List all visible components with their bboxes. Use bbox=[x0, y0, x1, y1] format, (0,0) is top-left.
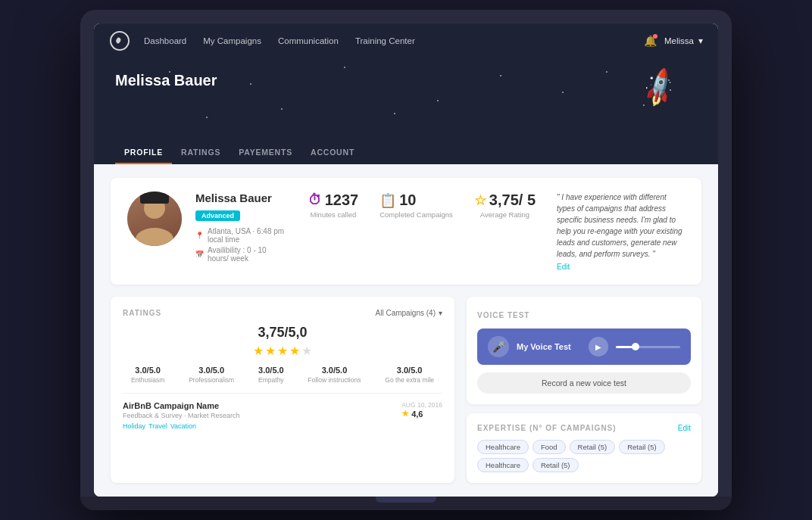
nav-user[interactable]: 🔔 Melissa ▾ bbox=[644, 35, 703, 47]
ratings-title: RATINGS bbox=[123, 309, 161, 317]
cat-empathy: 3.0/5.0 Empathy bbox=[258, 366, 284, 384]
bio-text: " I have experience with different types… bbox=[557, 191, 685, 260]
campaign-meta: AirBnB Campaign Name Feedback & Survey ·… bbox=[123, 401, 442, 430]
expertise-title: EXPERTISE (N° OF CAMPAIGNS) bbox=[477, 424, 617, 432]
expertise-tag-5: Retail (5) bbox=[532, 458, 579, 472]
campaign-tags: Holiday Travel Vacation bbox=[123, 422, 240, 430]
expertise-card: EXPERTISE (N° OF CAMPAIGNS) Edit Healthc… bbox=[467, 413, 701, 483]
rating-categories: 3.0/5.0 Enthusiasm 3.0/5.0 Professionali… bbox=[123, 366, 442, 384]
voice-player: 🎤 My Voice Test ▶ bbox=[477, 329, 691, 365]
profile-stats: ⏱ 1237 Minutes called 📋 10 Completed Cam… bbox=[301, 191, 536, 219]
cat-extra-mile: 3.0/5.0 Go the extra mile bbox=[385, 366, 434, 384]
nav-training-center[interactable]: Training Center bbox=[355, 33, 415, 48]
ratings-card: RATINGS All Campaigns (4) ▾ 3,75/5,0 ★ ★… bbox=[111, 297, 454, 483]
star-3: ★ bbox=[277, 344, 288, 358]
calendar-icon: 📅 bbox=[195, 251, 204, 258]
campaign-date: AUG 10, 2016 bbox=[401, 401, 442, 409]
expertise-tag-2: Retail (5) bbox=[570, 440, 616, 454]
cat-enthusiasm: 3.0/5.0 Enthusiasm bbox=[131, 366, 164, 384]
laptop-notch bbox=[376, 497, 436, 503]
tab-account[interactable]: Account bbox=[301, 142, 364, 164]
profile-bio: " I have experience with different types… bbox=[549, 191, 685, 271]
bell-icon[interactable]: 🔔 bbox=[644, 35, 657, 47]
avatar-hat bbox=[140, 191, 169, 204]
bottom-section: RATINGS All Campaigns (4) ▾ 3,75/5,0 ★ ★… bbox=[111, 297, 701, 483]
expertise-tags: Healthcare Food Retail (5) Retail (5) He… bbox=[477, 440, 691, 472]
hero-section: Melissa Bauer 🚀 bbox=[94, 58, 718, 142]
nav-links: Dashboard My Campaigns Communication Tra… bbox=[144, 33, 644, 48]
star-4: ★ bbox=[289, 344, 300, 358]
notification-dot bbox=[653, 34, 657, 39]
profile-location: 📍 Atlanta, USA · 6:48 pm local time bbox=[195, 227, 287, 244]
nav-dashboard[interactable]: Dashboard bbox=[144, 33, 186, 48]
tag-vacation[interactable]: Vacation bbox=[170, 422, 196, 430]
campaign-rating: ★ 4,6 bbox=[401, 409, 442, 419]
star-1: ★ bbox=[253, 344, 264, 358]
campaign-type: Feedback & Survey · Market Research bbox=[123, 412, 240, 419]
laptop-screen: Dashboard My Campaigns Communication Tra… bbox=[94, 23, 718, 497]
stat-minutes: ⏱ 1237 Minutes called bbox=[308, 191, 359, 219]
record-voice-button[interactable]: Record a new voice test bbox=[477, 372, 691, 394]
tag-travel[interactable]: Travel bbox=[148, 422, 167, 430]
star-icon: ☆ bbox=[474, 192, 486, 209]
page-title: Melissa Bauer bbox=[115, 72, 697, 89]
expertise-tag-0: Healthcare bbox=[477, 440, 529, 454]
right-column: VOICE TEST 🎤 My Voice Test ▶ bbox=[467, 297, 701, 483]
overall-value: 3,75/5,0 bbox=[123, 325, 442, 341]
mic-icon: 🎤 bbox=[488, 336, 509, 357]
navbar: Dashboard My Campaigns Communication Tra… bbox=[94, 23, 718, 58]
chevron-down-icon: ▾ bbox=[439, 309, 442, 317]
bio-edit-link[interactable]: Edit bbox=[557, 263, 685, 271]
voice-test-title: VOICE TEST bbox=[477, 311, 529, 319]
tab-profile[interactable]: Profile bbox=[115, 142, 172, 164]
campaigns-filter[interactable]: All Campaigns (4) ▾ bbox=[376, 309, 442, 317]
profile-info: Melissa Bauer Advanced 📍 Atlanta, USA · … bbox=[195, 191, 287, 265]
cat-follow-instructions: 3.0/5.0 Follow instructions bbox=[308, 366, 361, 384]
profile-availability: 📅 Availibility : 0 - 10 hours/ week bbox=[195, 246, 287, 263]
clock-icon: ⏱ bbox=[308, 192, 322, 208]
star-5: ★ bbox=[301, 344, 312, 358]
voice-test-card: VOICE TEST 🎤 My Voice Test ▶ bbox=[467, 297, 701, 404]
tab-ratings[interactable]: Ratings bbox=[172, 142, 230, 164]
expertise-tag-1: Food bbox=[532, 440, 566, 454]
nav-chevron: ▾ bbox=[698, 36, 703, 46]
voice-progress-dot bbox=[632, 343, 639, 350]
tag-holiday[interactable]: Holiday bbox=[123, 422, 145, 430]
star-2: ★ bbox=[265, 344, 276, 358]
expertise-header: EXPERTISE (N° OF CAMPAIGNS) Edit bbox=[477, 424, 691, 432]
avatar bbox=[127, 191, 182, 246]
profile-name: Melissa Bauer bbox=[195, 191, 287, 204]
logo bbox=[109, 30, 130, 51]
expertise-tag-3: Retail (5) bbox=[619, 440, 665, 454]
play-button[interactable]: ▶ bbox=[589, 337, 608, 357]
tab-payements[interactable]: Payements bbox=[230, 142, 301, 164]
campaign-star-icon: ★ bbox=[401, 409, 409, 419]
location-icon: 📍 bbox=[195, 232, 204, 239]
ratings-header: RATINGS All Campaigns (4) ▾ bbox=[123, 309, 442, 317]
avatar-image bbox=[127, 191, 182, 246]
hero-stars-bg bbox=[94, 58, 718, 142]
stat-rating: ☆ 3,75/ 5 Average Rating bbox=[474, 191, 536, 219]
advanced-badge: Advanced bbox=[195, 210, 240, 221]
profile-card: Melissa Bauer Advanced 📍 Atlanta, USA · … bbox=[111, 178, 701, 285]
clipboard-icon: 📋 bbox=[379, 192, 396, 209]
nav-username: Melissa bbox=[664, 36, 694, 45]
expertise-edit-link[interactable]: Edit bbox=[678, 424, 691, 432]
voice-progress-bar[interactable] bbox=[616, 346, 680, 348]
cat-professionalism: 3.0/5.0 Professionalism bbox=[189, 366, 234, 384]
main-content: Melissa Bauer Advanced 📍 Atlanta, USA · … bbox=[94, 164, 718, 497]
laptop-frame: Dashboard My Campaigns Communication Tra… bbox=[80, 10, 732, 510]
profile-tabs: Profile Ratings Payements Account bbox=[94, 142, 718, 164]
expertise-tag-4: Healthcare bbox=[477, 458, 529, 472]
campaign-item: AirBnB Campaign Name Feedback & Survey ·… bbox=[123, 393, 442, 430]
nav-my-campaigns[interactable]: My Campaigns bbox=[203, 33, 261, 48]
voice-label: My Voice Test bbox=[517, 342, 581, 351]
campaign-name: AirBnB Campaign Name bbox=[123, 401, 240, 410]
nav-communication[interactable]: Communication bbox=[278, 33, 339, 48]
stars-row: ★ ★ ★ ★ ★ bbox=[123, 344, 442, 358]
overall-rating: 3,75/5,0 ★ ★ ★ ★ ★ bbox=[123, 325, 442, 358]
laptop-base bbox=[80, 497, 732, 510]
stat-campaigns: 📋 10 Completed Campaigns bbox=[379, 191, 453, 219]
